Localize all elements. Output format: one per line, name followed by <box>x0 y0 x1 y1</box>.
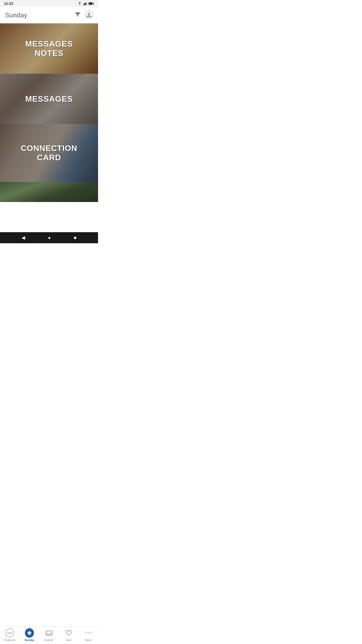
header-actions <box>74 11 93 20</box>
system-nav: ◀ ● ■ <box>0 232 98 243</box>
profile-icon <box>85 11 93 19</box>
recent-button[interactable]: ■ <box>74 235 76 240</box>
card-partial-bg <box>0 182 98 202</box>
status-bar: 11:13 <box>0 0 98 7</box>
page-title: Sunday <box>5 11 27 19</box>
card-messages-label: MESSAGES <box>25 94 73 104</box>
home-button[interactable]: ● <box>48 235 51 240</box>
card-messages-notes-label: MESSAGES NOTES <box>25 39 73 58</box>
svg-rect-5 <box>93 3 94 4</box>
main-content: MESSAGES NOTES MESSAGES CONNECTION CARD <box>0 23 98 232</box>
card-connection-label: CONNECTION CARD <box>21 144 77 162</box>
battery-icon <box>88 2 94 5</box>
card-partial[interactable] <box>0 182 98 202</box>
card-connection[interactable]: CONNECTION CARD <box>0 124 98 182</box>
signal-icon <box>83 2 87 5</box>
header: Sunday <box>0 7 98 23</box>
card-messages-notes[interactable]: MESSAGES NOTES <box>0 23 98 74</box>
svg-rect-0 <box>83 4 84 5</box>
filter-button[interactable] <box>74 11 81 19</box>
wifi-icon <box>77 2 82 5</box>
svg-point-8 <box>88 13 90 15</box>
svg-rect-3 <box>86 2 87 5</box>
back-button[interactable]: ◀ <box>22 235 25 240</box>
card-messages[interactable]: MESSAGES <box>0 74 98 124</box>
filter-icon <box>74 11 81 18</box>
svg-rect-2 <box>85 3 86 5</box>
svg-rect-1 <box>84 3 85 5</box>
profile-button[interactable] <box>85 11 93 20</box>
svg-rect-6 <box>89 3 92 4</box>
status-time: 11:13 <box>4 2 13 6</box>
status-icons <box>77 2 94 5</box>
